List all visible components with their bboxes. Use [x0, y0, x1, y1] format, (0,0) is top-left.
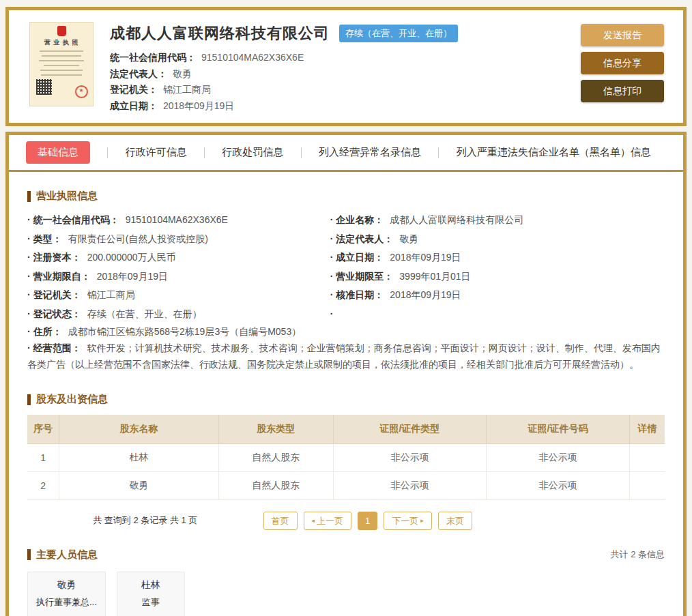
- person-role: 执行董事兼总...: [36, 596, 97, 608]
- field-address: 住所：成都市锦江区锦东路568号2栋19层3号（自编号M053）: [27, 323, 665, 340]
- tab-blacklist[interactable]: 列入严重违法失信企业名单（黑名单）信息: [457, 146, 651, 159]
- pagination: 共 查询到 2 条记录 共 1 页 首页 ◂上一页 1 下一页▸ 末页: [27, 512, 665, 530]
- section-title-key-people: 主要人员信息: [27, 548, 98, 561]
- field-establish-date: 成立日期：2018年09月19日: [330, 248, 665, 267]
- person-name: 敬勇: [36, 579, 97, 591]
- field-approval-date: 核准日期：2018年09月19日: [330, 286, 665, 305]
- detail-card: 基础信息 行政许可信息 行政处罚信息 列入经营异常名录信息 列入严重违法失信企业…: [5, 132, 687, 616]
- field-credit-code: 统一社会信用代码：91510104MA62X36X6E: [27, 211, 330, 230]
- print-info-button[interactable]: 信息打印: [581, 80, 664, 102]
- key-people-count: 共计 2 条信息: [611, 548, 665, 561]
- next-arrow-icon: ▸: [420, 516, 424, 526]
- tab-divider: [438, 147, 439, 158]
- pagination-last-button[interactable]: 末页: [438, 512, 472, 530]
- field-legal-rep: 法定代表人：敬勇: [330, 230, 665, 249]
- red-seal-icon: [75, 85, 88, 98]
- tab-divider: [301, 147, 302, 158]
- share-info-button[interactable]: 信息分享: [581, 52, 664, 74]
- status-badge: 存续（在营、开业、在册）: [339, 25, 458, 42]
- header-actions: 发送报告 信息分享 信息打印: [581, 24, 664, 102]
- pagination-prev-button[interactable]: ◂上一页: [304, 512, 352, 530]
- header-field-establish-date: 成立日期：2018年09月19日: [110, 98, 581, 115]
- license-image-title: 营 业 执 照: [44, 38, 79, 47]
- header-field-credit-code: 统一社会信用代码：91510104MA62X36X6E: [110, 50, 581, 66]
- person-role: 监事: [126, 596, 176, 608]
- header-field-reg-authority: 登记机关：锦江工商局: [110, 82, 581, 98]
- section-title-license-info: 营业执照信息: [27, 190, 665, 203]
- col-detail: 详情: [630, 415, 665, 443]
- business-license-image: 营 业 执 照: [29, 22, 93, 106]
- table-header-row: 序号 股东名称 股东类型 证照/证件类型 证照/证件号码 详情: [27, 415, 665, 443]
- field-company-name: 企业名称：成都人人富联网络科技有限公司: [330, 211, 665, 230]
- field-business-scope: 经营范围：软件开发；计算机技术研究、技术服务、技术咨询；企业营销策划；商务信息咨…: [27, 340, 665, 372]
- key-people-cards: 敬勇 执行董事兼总... 杜林 监事: [27, 572, 665, 616]
- prev-arrow-icon: ◂: [312, 516, 315, 526]
- tab-admin-penalty[interactable]: 行政处罚信息: [222, 146, 283, 159]
- field-registered-capital: 注册资本：200.000000万人民币: [27, 248, 330, 267]
- tab-bar: 基础信息 行政许可信息 行政处罚信息 列入经营异常名录信息 列入严重违法失信企业…: [9, 135, 683, 172]
- table-row: 1 杜林 自然人股东 非公示项 非公示项: [27, 443, 665, 471]
- tab-divider: [107, 147, 108, 158]
- pagination-next-button[interactable]: 下一页▸: [384, 512, 432, 530]
- license-info-grid: 统一社会信用代码：91510104MA62X36X6E 企业名称：成都人人富联网…: [27, 211, 665, 372]
- send-report-button[interactable]: 发送报告: [581, 24, 664, 46]
- company-summary: 成都人人富联网络科技有限公司 存续（在营、开业、在册） 统一社会信用代码：915…: [110, 22, 581, 114]
- record-count-summary: 共 查询到 2 条记录 共 1 页: [27, 514, 263, 527]
- person-name: 杜林: [126, 579, 176, 591]
- header-field-legal-rep: 法定代表人：敬勇: [110, 66, 581, 83]
- col-cert-type: 证照/证件类型: [333, 415, 486, 443]
- field-reg-authority: 登记机关：锦江工商局: [27, 286, 330, 305]
- company-name: 成都人人富联网络科技有限公司: [110, 23, 330, 44]
- tab-abnormal-operations[interactable]: 列入经营异常名录信息: [319, 146, 421, 159]
- tab-admin-licensing[interactable]: 行政许可信息: [126, 146, 187, 159]
- col-shareholder-type: 股东类型: [218, 415, 333, 443]
- company-header-card: 营 业 执 照 成都人人富联网络科技有限公司 存续（在营、开业、在册） 统一社会…: [5, 7, 687, 126]
- col-index: 序号: [27, 415, 59, 443]
- national-emblem-icon: [57, 26, 66, 36]
- tab-basic-info[interactable]: 基础信息: [26, 141, 90, 164]
- tab-divider: [204, 147, 205, 158]
- person-card[interactable]: 敬勇 执行董事兼总...: [27, 572, 106, 616]
- section-title-shareholders: 股东及出资信息: [27, 393, 665, 406]
- pagination-first-button[interactable]: 首页: [263, 512, 298, 530]
- person-card[interactable]: 杜林 监事: [117, 572, 185, 616]
- field-term-to: 营业期限至：3999年01月01日: [330, 267, 665, 287]
- col-cert-number: 证照/证件号码: [486, 415, 629, 443]
- col-shareholder-name: 股东名称: [59, 415, 219, 443]
- field-reg-status: 登记状态：存续（在营、开业、在册）: [27, 305, 330, 324]
- shareholders-table: 序号 股东名称 股东类型 证照/证件类型 证照/证件号码 详情 1 杜林 自然人…: [27, 415, 665, 500]
- table-row: 2 敬勇 自然人股东 非公示项 非公示项: [27, 471, 665, 499]
- field-term-from: 营业期限自：2018年09月19日: [27, 267, 330, 287]
- pagination-page-1-button[interactable]: 1: [358, 512, 377, 530]
- field-company-type: 类型：有限责任公司(自然人投资或控股): [27, 230, 330, 249]
- qr-code: [36, 79, 52, 95]
